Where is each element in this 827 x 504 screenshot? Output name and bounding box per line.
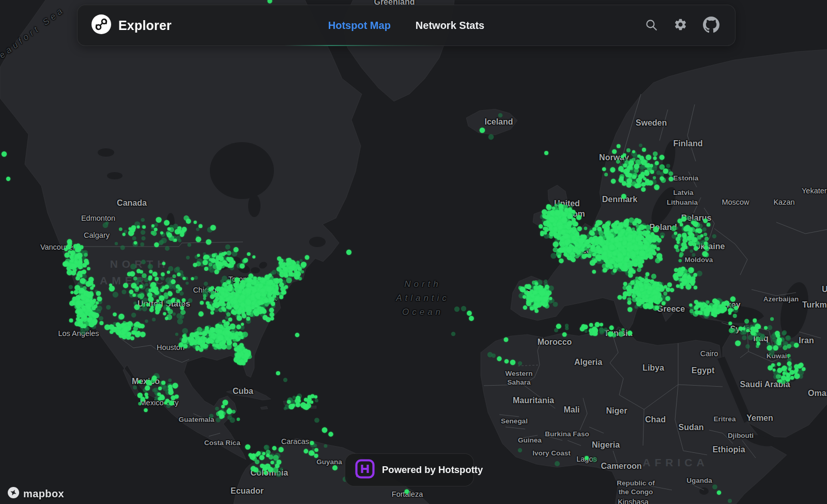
gear-icon <box>673 18 687 33</box>
brand-name: Explorer <box>118 18 172 33</box>
github-button[interactable] <box>703 17 719 35</box>
landmass-north-america <box>0 0 362 460</box>
search-button[interactable] <box>645 18 658 33</box>
mapbox-logo-icon <box>7 486 20 501</box>
navbar: Explorer Hotspot Map Network Stats <box>77 5 736 46</box>
landmass-iceland <box>466 109 517 135</box>
nav-actions <box>645 17 735 35</box>
search-icon <box>645 18 658 33</box>
map-viewport[interactable]: Beaufort SeaGreenlandCanadaEdmontonCalga… <box>0 0 827 504</box>
settings-button[interactable] <box>673 18 687 33</box>
mapbox-attribution[interactable]: mapbox <box>7 486 64 501</box>
mapbox-wordmark: mapbox <box>23 488 64 500</box>
powered-by-hotspotty-badge[interactable]: Powered by Hotspotty <box>345 453 474 486</box>
hotspotty-logo-icon <box>355 459 375 481</box>
tab-network-stats[interactable]: Network Stats <box>415 17 485 35</box>
landmass-great-britain <box>548 185 573 232</box>
powered-by-hotspotty-label: Powered by Hotspotty <box>382 464 483 476</box>
landmass-ireland <box>533 210 547 227</box>
brand-home-link[interactable]: Explorer <box>78 14 172 37</box>
github-icon <box>703 17 719 35</box>
tab-hotspot-map[interactable]: Hotspot Map <box>327 17 392 35</box>
nav-tabs: Hotspot Map Network Stats <box>78 17 735 35</box>
helium-logo-icon <box>91 14 112 37</box>
active-tab-underline-glow <box>284 45 439 46</box>
map-base-layer <box>0 0 827 504</box>
